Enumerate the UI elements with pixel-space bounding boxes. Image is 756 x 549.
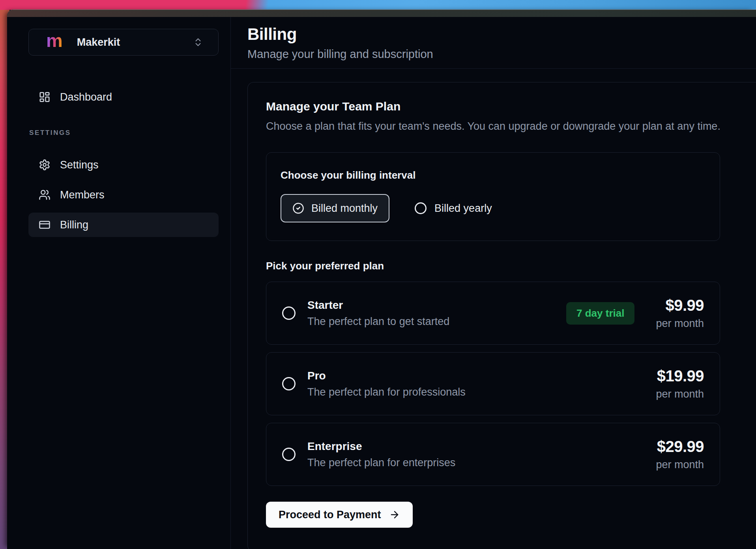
card-subtitle: Choose a plan that fits your team's need… — [266, 120, 756, 133]
team-name: Makerkit — [77, 36, 120, 49]
sidebar-item-settings[interactable]: Settings — [28, 153, 219, 177]
plan-pricing: 7 day trial $9.99 per month — [566, 297, 704, 330]
page-header: Billing Manage your billing and subscrip… — [231, 17, 756, 69]
makerkit-logo: m — [46, 33, 63, 48]
plan-row-pro[interactable]: Pro The perfect plan for professionals $… — [266, 352, 720, 415]
plan-pricing: $29.99 per month — [656, 438, 704, 471]
plan-price: $9.99 — [656, 297, 704, 314]
sidebar-item-label: Billing — [60, 219, 88, 231]
sidebar-item-billing[interactable]: Billing — [28, 213, 219, 237]
billing-content: Manage your Team Plan Choose a plan that… — [231, 69, 756, 549]
app-window: m Makerkit Dashboard SETTINGS — [7, 9, 756, 549]
users-icon — [39, 189, 51, 201]
main-content: Billing Manage your billing and subscrip… — [231, 17, 756, 549]
page-subtitle: Manage your billing and subscription — [247, 48, 756, 61]
billing-interval-label: Choose your billing interval — [281, 169, 705, 181]
chevrons-up-down-icon — [193, 37, 203, 47]
card-title: Manage your Team Plan — [266, 100, 756, 113]
sidebar-nav: Dashboard SETTINGS Settings Members — [28, 85, 230, 237]
sidebar-item-label: Dashboard — [60, 91, 112, 103]
desktop-wallpaper-top — [0, 0, 756, 10]
app-root: m Makerkit Dashboard SETTINGS — [7, 17, 756, 549]
plan-period: per month — [656, 459, 704, 471]
sidebar-item-label: Members — [60, 189, 105, 201]
circle-check-icon — [292, 202, 304, 214]
billing-interval-box: Choose your billing interval Billed mont… — [266, 152, 720, 241]
team-switcher[interactable]: m Makerkit — [28, 29, 219, 56]
gear-icon — [39, 159, 51, 171]
price-block: $19.99 per month — [656, 367, 704, 400]
sidebar: m Makerkit Dashboard SETTINGS — [7, 17, 231, 549]
plan-text: Enterprise The perfect plan for enterpri… — [307, 440, 455, 469]
plan-description: The perfect plan for enterprises — [307, 457, 455, 469]
plan-pricing: $19.99 per month — [656, 367, 704, 400]
plan-row-enterprise[interactable]: Enterprise The perfect plan for enterpri… — [266, 423, 720, 486]
pick-plan-label: Pick your preferred plan — [266, 260, 756, 272]
arrow-right-icon — [389, 509, 400, 520]
page-title: Billing — [247, 25, 756, 44]
billed-monthly-label: Billed monthly — [311, 202, 378, 215]
trial-badge: 7 day trial — [566, 302, 634, 325]
radio-circle-icon[interactable] — [282, 448, 296, 461]
billed-monthly-option[interactable]: Billed monthly — [281, 194, 389, 222]
sidebar-item-label: Settings — [60, 159, 99, 171]
plan-price: $19.99 — [656, 367, 704, 385]
billing-interval-options: Billed monthly Billed yearly — [281, 194, 705, 222]
billed-yearly-label: Billed yearly — [434, 202, 492, 215]
sidebar-item-members[interactable]: Members — [28, 183, 219, 207]
plan-name: Starter — [307, 299, 449, 312]
price-block: $9.99 per month — [656, 297, 704, 330]
plan-row-starter[interactable]: Starter The perfect plan to get started … — [266, 282, 720, 345]
plan-price: $29.99 — [656, 438, 704, 456]
plan-period: per month — [656, 317, 704, 330]
plan-name: Pro — [307, 370, 466, 382]
proceed-to-payment-button[interactable]: Proceed to Payment — [266, 502, 413, 528]
sidebar-item-dashboard[interactable]: Dashboard — [28, 85, 219, 109]
plan-name: Enterprise — [307, 440, 455, 453]
plan-description: The perfect plan for professionals — [307, 386, 466, 398]
proceed-to-payment-label: Proceed to Payment — [279, 509, 381, 521]
radio-circle-icon — [415, 202, 427, 214]
plan-description: The perfect plan to get started — [307, 316, 449, 328]
team-plan-card: Manage your Team Plan Choose a plan that… — [247, 82, 756, 549]
radio-circle-icon[interactable] — [282, 306, 296, 320]
dashboard-icon — [39, 91, 51, 103]
plan-period: per month — [656, 388, 704, 400]
credit-card-icon — [39, 219, 51, 231]
plan-text: Starter The perfect plan to get started — [307, 299, 449, 328]
plan-text: Pro The perfect plan for professionals — [307, 370, 466, 398]
radio-circle-icon[interactable] — [282, 377, 296, 390]
billed-yearly-option[interactable]: Billed yearly — [415, 202, 492, 215]
window-titlebar — [7, 10, 756, 17]
price-block: $29.99 per month — [656, 438, 704, 471]
sidebar-section-settings: SETTINGS — [29, 129, 230, 137]
